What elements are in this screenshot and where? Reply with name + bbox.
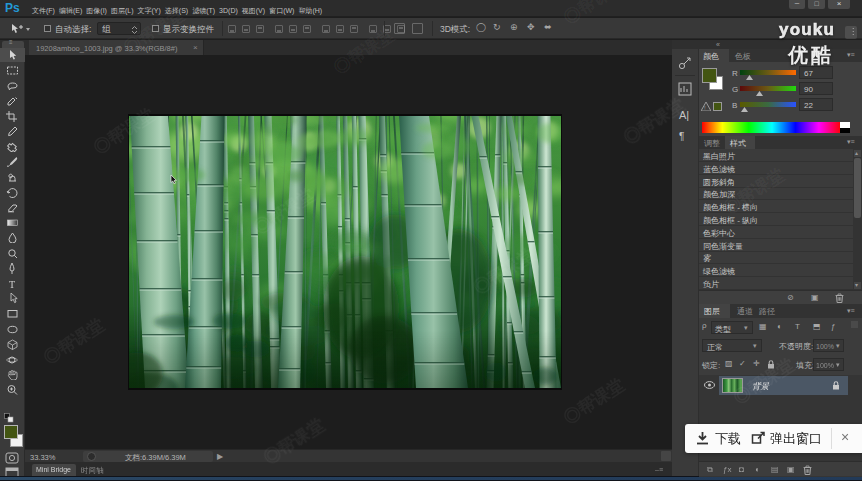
svg-text:T: T — [9, 279, 15, 290]
svg-text:!: ! — [704, 105, 706, 111]
